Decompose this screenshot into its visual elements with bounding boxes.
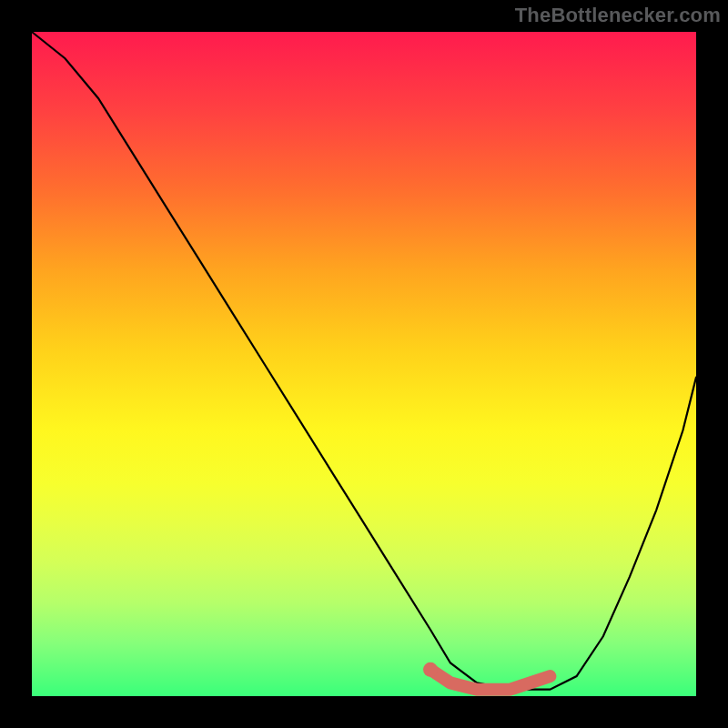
attribution-text: TheBottlenecker.com — [515, 4, 721, 27]
chart-frame: TheBottlenecker.com — [0, 0, 728, 728]
bottleneck-curve — [32, 32, 696, 690]
chart-svg — [32, 32, 696, 696]
plot-area — [32, 32, 696, 696]
optimal-range-line — [430, 670, 550, 690]
optimal-range-start-dot — [423, 662, 438, 677]
